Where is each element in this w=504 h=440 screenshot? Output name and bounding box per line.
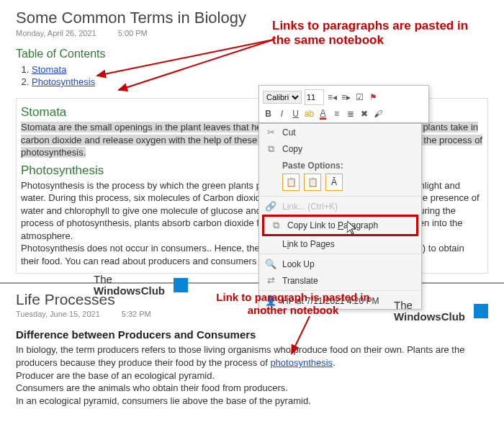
menu-link-pages[interactable]: Link to Pages: [259, 236, 421, 252]
paragraph-link-icon: ⧉: [270, 220, 282, 231]
mini-toolbar[interactable]: Calibri ≡◂ ≡▸ ☑ ⚑ B I U ab A ≡ ≣ ✖ 🖌: [258, 85, 429, 123]
format-painter-icon[interactable]: 🖌: [372, 108, 383, 119]
menu-copy-link-paragraph[interactable]: ⧉Copy Link to Paragraph: [264, 217, 416, 234]
lookup-icon: 🔍: [265, 259, 276, 269]
tag-icon[interactable]: ⚑: [368, 92, 379, 103]
paste-options-label: Paste Options:: [259, 158, 421, 172]
clear-format-icon[interactable]: ✖: [359, 108, 369, 119]
menu-cut[interactable]: ✂Cut: [259, 124, 421, 140]
todo-icon[interactable]: ☑: [354, 92, 365, 103]
bold-icon[interactable]: B: [263, 108, 274, 119]
annotation-top: Links to paragraphs are pasted in the sa…: [272, 19, 488, 47]
context-menu: ✂Cut ⧉Copy Paste Options: 📋 📋 Ā 🔗Link...…: [258, 123, 422, 310]
paste-text-icon[interactable]: Ā: [325, 174, 343, 191]
link-icon: 🔗: [265, 201, 276, 212]
font-color-icon[interactable]: A: [318, 108, 328, 119]
watermark-logo-2: TheWindowsClub: [394, 300, 488, 323]
paste-merge-icon[interactable]: 📋: [304, 174, 321, 191]
toc-link-photosynthesis[interactable]: Photosynthesis: [32, 76, 95, 87]
font-select[interactable]: Calibri: [263, 91, 302, 104]
body-text-2[interactable]: In biology, the term producers refers to…: [16, 344, 488, 407]
paste-keep-format-icon[interactable]: 📋: [282, 174, 300, 191]
context-popover: Calibri ≡◂ ≡▸ ☑ ⚑ B I U ab A ≡ ≣ ✖ 🖌 ✂Cu…: [258, 85, 429, 310]
size-input[interactable]: [305, 89, 324, 105]
toc-link-stomata[interactable]: Stomata: [32, 64, 66, 75]
bullets-icon[interactable]: ≡: [331, 108, 342, 119]
increase-indent-icon[interactable]: ≡▸: [341, 92, 351, 103]
numbering-icon[interactable]: ≣: [345, 108, 356, 119]
underline-icon[interactable]: U: [290, 108, 301, 119]
decrease-indent-icon[interactable]: ≡◂: [327, 92, 338, 103]
section-head-diff: Difference between Producers and Consume…: [16, 328, 488, 341]
toc-list: Stomata Photosynthesis: [32, 63, 488, 88]
annotation-bottom: Link to paragraph is pasted in another n…: [203, 291, 383, 316]
menu-lookup[interactable]: 🔍Look Up: [259, 256, 421, 272]
link-photosynthesis[interactable]: photosynthesis: [270, 357, 333, 368]
cut-icon: ✂: [265, 127, 276, 138]
menu-link: 🔗Link... (Ctrl+K): [259, 198, 421, 215]
italic-icon[interactable]: I: [276, 108, 287, 119]
menu-copy[interactable]: ⧉Copy: [259, 140, 421, 158]
copy-icon: ⧉: [265, 143, 276, 155]
toc-header: Table of Contents: [16, 48, 488, 60]
highlight-icon[interactable]: ab: [304, 108, 315, 119]
mouse-cursor: [347, 221, 357, 235]
